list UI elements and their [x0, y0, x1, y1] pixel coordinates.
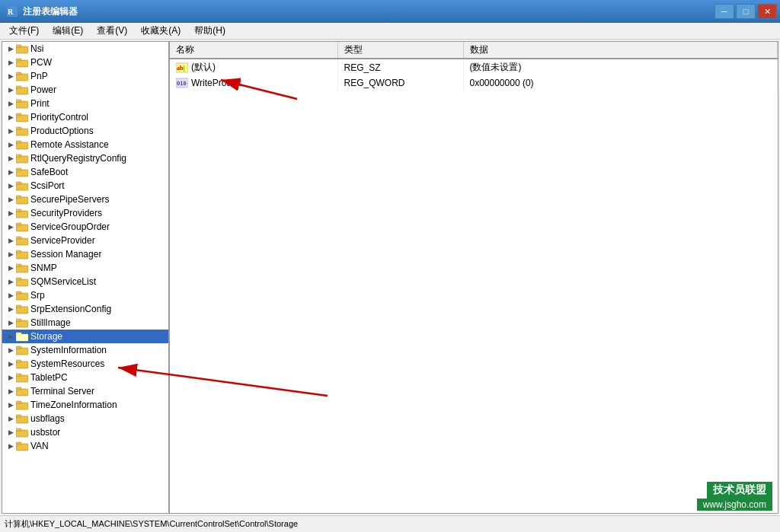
tree-item[interactable]: ▶ VAN: [2, 439, 168, 453]
tree-item[interactable]: ▶ SystemResources: [2, 357, 168, 371]
svg-rect-51: [16, 374, 21, 376]
tree-item[interactable]: ▶ Print: [2, 97, 168, 110]
tree-pane[interactable]: ▶ Nsi▶ PCW▶ PnP▶ Power▶ Print▶ PriorityC…: [2, 42, 170, 513]
reg-type-cell: REG_QWORD: [337, 75, 463, 91]
tree-item[interactable]: ▶ Nsi: [2, 42, 168, 56]
tree-arrow-icon: ▶: [5, 153, 16, 164]
tree-item[interactable]: ▶ StillImage: [2, 316, 168, 330]
tree-item[interactable]: ▶ SecurityProviders: [2, 206, 168, 220]
svg-rect-19: [16, 155, 21, 157]
folder-icon: [16, 180, 28, 191]
svg-rect-13: [16, 113, 21, 116]
folder-icon: [16, 194, 28, 205]
right-pane: 名称类型数据 ab| (默认)REG_SZ(数值未设置) 010 WritePr…: [170, 42, 778, 513]
tree-item-label: TimeZoneInformation: [30, 400, 117, 410]
tree-item[interactable]: ▶ TimeZoneInformation: [2, 398, 168, 412]
folder-icon: [16, 345, 28, 355]
tree-item[interactable]: ▶ ScsiPort: [2, 179, 168, 193]
svg-rect-50: [16, 375, 28, 382]
folder-icon: [16, 167, 28, 177]
tree-item-label: SrpExtensionConfig: [30, 304, 111, 314]
svg-rect-47: [16, 346, 21, 349]
svg-rect-43: [16, 319, 21, 321]
tree-item[interactable]: ▶ SrpExtensionConfig: [2, 302, 168, 316]
folder-icon: [16, 331, 28, 342]
close-button[interactable]: ✕: [757, 4, 777, 19]
tree-item[interactable]: ▶ Session Manager: [2, 247, 168, 261]
tree-item-label: Nsi: [30, 43, 43, 54]
tree-item-label: Terminal Server: [30, 386, 94, 397]
tree-item-label: SQMServiceList: [30, 276, 96, 287]
folder-icon: [16, 208, 28, 218]
tree-item[interactable]: ▶ RtlQueryRegistryConfig: [2, 151, 168, 165]
tree-arrow-icon: ▶: [5, 126, 16, 136]
folder-icon: [16, 317, 28, 328]
tree-item-label: Srp: [30, 290, 45, 301]
tree-item-label: usbstor: [30, 427, 60, 438]
svg-rect-53: [16, 387, 21, 390]
menu-item-view[interactable]: 查看(V): [91, 23, 133, 39]
svg-rect-21: [16, 168, 21, 170]
title-controls: ─ □ ✕: [714, 4, 777, 19]
tree-item[interactable]: ▶ ServiceGroupOrder: [2, 220, 168, 234]
svg-text:ab|: ab|: [177, 65, 184, 72]
folder-icon: [16, 98, 28, 109]
tree-arrow-icon: ▶: [5, 386, 16, 397]
table-row[interactable]: ab| (默认)REG_SZ(数值未设置): [170, 59, 778, 75]
tree-item[interactable]: ▶ usbflags: [2, 412, 168, 425]
tree-item[interactable]: ▶ usbstor: [2, 425, 168, 439]
tree-item[interactable]: ▶ SecurePipeServers: [2, 193, 168, 206]
tree-item[interactable]: ▶ SQMServiceList: [2, 275, 168, 288]
svg-rect-25: [16, 196, 21, 198]
tree-item[interactable]: ▶ Remote Assistance: [2, 138, 168, 151]
menu-item-help[interactable]: 帮助(H): [188, 23, 232, 39]
tree-item[interactable]: ▶ PCW: [2, 56, 168, 69]
svg-rect-55: [16, 401, 21, 403]
tree-arrow-icon: ▶: [5, 441, 16, 451]
minimize-button[interactable]: ─: [714, 4, 734, 19]
tree-item[interactable]: ▶ SafeBoot: [2, 165, 168, 179]
tree-arrow-icon: ▶: [5, 290, 16, 301]
tree-arrow-icon: ▶: [5, 345, 16, 355]
tree-item[interactable]: ▶ SystemInformation: [2, 343, 168, 357]
tree-item[interactable]: ▶ ProductOptions: [2, 124, 168, 138]
svg-rect-30: [16, 238, 28, 245]
tree-arrow-icon: ▶: [5, 400, 16, 410]
restore-button[interactable]: □: [736, 4, 756, 19]
svg-rect-5: [16, 59, 21, 61]
tree-item[interactable]: ▶ SNMP: [2, 261, 168, 275]
folder-icon: [16, 413, 28, 424]
table-row[interactable]: 010 WriteProtectREG_QWORD0x00000000 (0): [170, 75, 778, 91]
tree-arrow-icon: ▶: [5, 180, 16, 191]
tree-arrow-icon: ▶: [5, 194, 16, 205]
tree-item[interactable]: ▶ ServiceProvider: [2, 234, 168, 247]
svg-rect-44: [16, 334, 28, 341]
svg-rect-6: [16, 74, 28, 81]
tree-item-label: ServiceGroupOrder: [30, 221, 110, 232]
tree-item[interactable]: ▶ Srp: [2, 288, 168, 302]
folder-icon: [16, 57, 28, 68]
tree-item-label: SystemResources: [30, 358, 104, 369]
menu-item-edit[interactable]: 编辑(E): [46, 23, 89, 39]
svg-rect-39: [16, 291, 21, 294]
content-area: ▶ Nsi▶ PCW▶ PnP▶ Power▶ Print▶ PriorityC…: [2, 41, 778, 514]
tree-item[interactable]: ▶ PnP: [2, 69, 168, 83]
app-window: R 注册表编辑器 ─ □ ✕ 文件(F)编辑(E)查看(V)收藏夹(A)帮助(H…: [0, 0, 780, 532]
menu-item-file[interactable]: 文件(F): [3, 23, 45, 39]
tree-item[interactable]: ▶ TabletPC: [2, 371, 168, 384]
tree-item[interactable]: ▶ PriorityControl: [2, 110, 168, 124]
svg-rect-11: [16, 100, 21, 102]
folder-icon: [16, 249, 28, 260]
menu-item-favorites[interactable]: 收藏夹(A): [135, 23, 187, 39]
svg-rect-14: [16, 129, 28, 135]
tree-item-label: Power: [30, 84, 56, 95]
tree-item[interactable]: ▶ Storage: [2, 330, 168, 343]
tree-item[interactable]: ▶ Terminal Server: [2, 384, 168, 398]
svg-rect-26: [16, 211, 28, 218]
folder-icon: [16, 153, 28, 164]
svg-rect-35: [16, 264, 21, 266]
tree-arrow-icon: ▶: [5, 167, 16, 177]
svg-rect-42: [16, 320, 28, 327]
tree-item[interactable]: ▶ Power: [2, 83, 168, 97]
svg-rect-3: [16, 45, 21, 47]
